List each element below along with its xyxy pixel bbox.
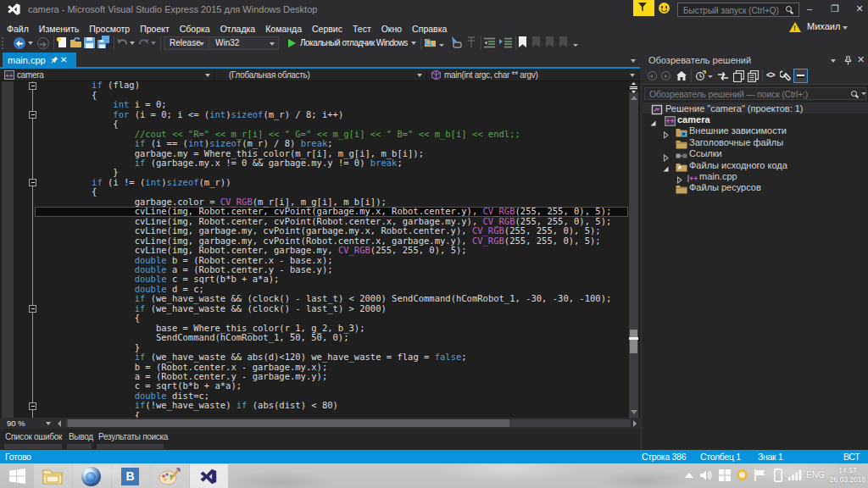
navigate-back-button[interactable]	[14, 37, 25, 49]
tab-list-arrow-icon[interactable]	[631, 59, 636, 63]
sync-dropdown-icon[interactable]	[708, 75, 713, 78]
close-button[interactable]: ✕	[848, 0, 868, 18]
configuration-combo[interactable]: Release	[164, 36, 209, 50]
tree-item-main-cpp[interactable]: ++main.cpp	[643, 170, 868, 181]
tree-item-camera[interactable]: ++camera	[643, 114, 868, 125]
scroll-right-icon[interactable]	[633, 420, 637, 427]
clock[interactable]: 14:57 26.03.2016	[828, 466, 867, 485]
solution-explorer-header[interactable]: Обозреватель решений ✕	[643, 53, 868, 68]
breakpoint-margin[interactable]	[2, 81, 14, 418]
horizontal-scroll-thumb[interactable]	[68, 419, 509, 427]
prev-bookmark-button[interactable]	[532, 36, 540, 47]
refresh-icon[interactable]	[717, 71, 729, 81]
restore-button[interactable]: ❐	[823, 0, 847, 18]
vertical-scrollbar[interactable]	[629, 81, 638, 418]
tray-windows-icon[interactable]	[719, 469, 731, 481]
code-editor[interactable]: if (flag) { int i = 0; for (i = 0; i <= …	[0, 81, 640, 418]
volume-icon[interactable]	[700, 469, 713, 481]
fold-collapse-icon[interactable]	[29, 402, 36, 410]
properties-wrench-icon[interactable]	[780, 70, 791, 81]
navbar-scope-arrow-icon[interactable]	[417, 74, 422, 77]
license-key-button[interactable]	[633, 0, 654, 16]
code-line[interactable]: {	[49, 411, 612, 418]
scroll-left-icon[interactable]	[58, 420, 61, 427]
view-code-icon[interactable]: <>	[766, 70, 775, 80]
minimize-button[interactable]: –	[798, 0, 821, 18]
navigate-forward-button[interactable]	[37, 37, 49, 49]
undo-button[interactable]	[117, 38, 128, 48]
tree-item-внешние-зависимости[interactable]: Внешние зависимости	[643, 125, 868, 136]
tree-item-заголовочные-файлы[interactable]: Заголовочные файлы	[643, 136, 868, 147]
tab-main-cpp[interactable]: main.cpp ✕	[3, 53, 76, 68]
fold-collapse-icon[interactable]	[29, 179, 36, 186]
tree-item-файлы-ресурсов[interactable]: Файлы ресурсов	[643, 182, 868, 193]
fold-collapse-icon[interactable]	[29, 111, 36, 119]
pin-icon[interactable]	[50, 56, 58, 64]
horizontal-scrollbar[interactable]	[66, 419, 631, 427]
taskbar-b-app-button[interactable]: B	[112, 464, 150, 488]
se-search-icon[interactable]	[851, 91, 857, 97]
find-dropdown-icon[interactable]	[439, 44, 444, 47]
language-indicator[interactable]: ENG	[806, 470, 825, 480]
network-signal-icon[interactable]	[788, 469, 802, 480]
platform-combo[interactable]: Win32	[209, 36, 279, 50]
open-file-button[interactable]	[70, 36, 83, 50]
splitter-handle[interactable]	[629, 81, 638, 92]
attach-to-process-button[interactable]	[449, 36, 463, 50]
zoom-level[interactable]: 90 %	[7, 419, 25, 428]
taskbar-explorer-button[interactable]	[34, 464, 72, 488]
navbar-scope-dropdown[interactable]: (Глобальная область)	[229, 70, 309, 80]
navbar-member-arrow-icon[interactable]	[630, 74, 635, 77]
tray-app-ring-icon[interactable]	[737, 469, 748, 480]
navbar-member-dropdown[interactable]: main(int argc, char ** argv)	[444, 70, 538, 80]
toolbar-overflow-icon[interactable]	[573, 44, 578, 47]
pin-panel-icon[interactable]	[844, 56, 852, 65]
warning-icon[interactable]	[789, 22, 801, 32]
navbar-project-dropdown[interactable]: camera	[17, 70, 44, 80]
taskbar-visual-studio-button[interactable]	[190, 464, 228, 488]
clear-bookmarks-button[interactable]	[559, 36, 567, 47]
close-panel-icon[interactable]: ✕	[857, 54, 865, 65]
decrease-indent-button[interactable]	[484, 36, 498, 50]
undo-dropdown-icon[interactable]	[130, 42, 135, 45]
tree-item-решение-camera-проектов-1-[interactable]: Решение "camera" (проектов: 1)	[643, 103, 868, 114]
solution-search-box[interactable]: Обозреватель решений — поиск (Ctrl+;)	[644, 87, 866, 100]
format-document-button[interactable]	[465, 36, 479, 50]
phone-icon[interactable]	[774, 469, 782, 482]
taskbar-paint-button[interactable]	[151, 464, 189, 488]
find-in-files-button[interactable]	[424, 36, 437, 50]
bottom-tab-0[interactable]: Список ошибок	[5, 432, 62, 441]
home-icon[interactable]	[676, 71, 687, 80]
redo-dropdown-icon[interactable]	[151, 42, 156, 45]
panel-menu-arrow-icon[interactable]	[831, 59, 836, 63]
redo-button[interactable]	[138, 38, 149, 48]
tab-close-icon[interactable]: ✕	[60, 55, 67, 64]
code-line[interactable]: if (i != (int)sizeof(m_r))	[49, 178, 612, 187]
properties-copy-icon[interactable]	[748, 70, 760, 82]
taskbar-browser-button[interactable]	[73, 464, 111, 488]
se-back-button[interactable]	[648, 71, 657, 80]
save-button[interactable]	[84, 36, 97, 50]
feedback-smiley-icon[interactable]	[659, 3, 670, 14]
start-debug-play-icon[interactable]	[288, 39, 296, 47]
new-file-button[interactable]	[56, 36, 70, 50]
scroll-up-icon[interactable]	[631, 96, 637, 100]
bookmark-button[interactable]	[519, 36, 526, 47]
bottom-tab-1[interactable]: Вывод	[69, 432, 93, 441]
tray-up-arrow-icon[interactable]	[685, 473, 693, 478]
code-text[interactable]: if (flag) { int i = 0; for (i = 0; i <= …	[49, 81, 612, 418]
bottom-tab-2[interactable]: Результаты поиска	[98, 432, 168, 441]
zoom-arrow-icon[interactable]	[46, 422, 51, 425]
search-icon[interactable]	[786, 6, 792, 12]
back-dropdown-icon[interactable]	[28, 42, 33, 45]
preview-selected-button[interactable]	[793, 69, 808, 83]
code-line[interactable]: if (flag)	[49, 81, 612, 91]
debug-target-label[interactable]: Локальный отладчик Windows	[300, 38, 408, 47]
scroll-down-icon[interactable]	[631, 410, 637, 414]
tree-item-файлы-исходного-кода[interactable]: Файлы исходного кода	[643, 159, 868, 170]
code-line[interactable]: if (garbage.my.x != 0 && garbage.my.y !=…	[49, 158, 612, 168]
tree-item-ссылки[interactable]: Ссылки	[643, 148, 868, 159]
action-center-flag-icon[interactable]	[754, 469, 767, 481]
sync-with-document-icon[interactable]	[695, 70, 706, 81]
debug-target-arrow-icon[interactable]	[411, 42, 416, 45]
